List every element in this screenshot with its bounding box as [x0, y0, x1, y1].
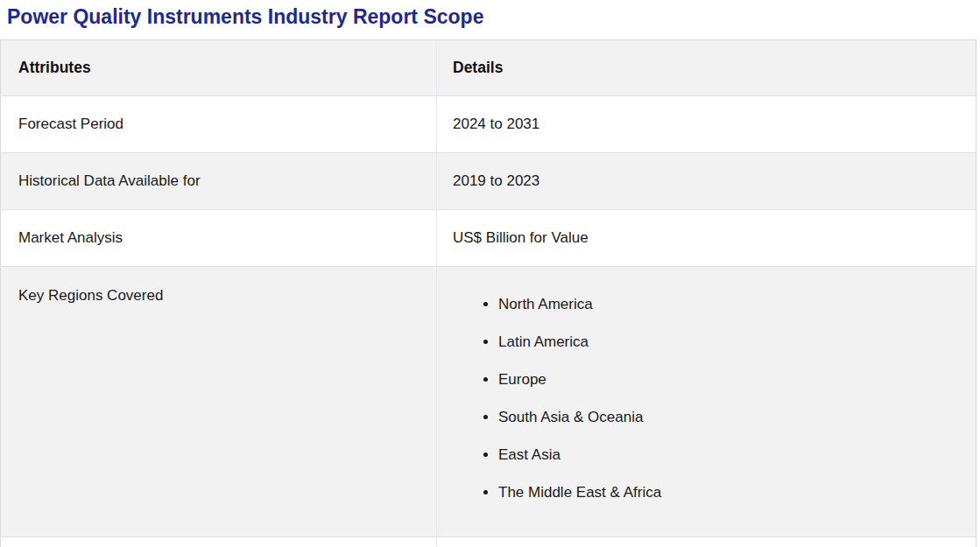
table-row-clipped — [1, 537, 976, 547]
attribute-cell: Key Regions Covered — [1, 267, 437, 537]
table-row-market-analysis: Market Analysis US$ Billion for Value — [1, 210, 976, 267]
detail-cell: US$ Billion for Value — [437, 210, 976, 267]
detail-cell — [437, 537, 976, 547]
detail-cell: 2024 to 2031 — [437, 96, 976, 153]
region-list-item: East Asia — [498, 444, 967, 466]
region-list-item: Latin America — [498, 331, 967, 354]
column-header-details: Details — [437, 40, 976, 96]
region-list-item: North America — [498, 293, 967, 316]
region-list-item: South Asia & Oceania — [498, 406, 967, 429]
report-scope-table: Attributes Details Forecast Period 2024 … — [0, 39, 976, 547]
region-list-item: Europe — [498, 368, 967, 391]
table-row-forecast-period: Forecast Period 2024 to 2031 — [1, 96, 976, 153]
page-title: Power Quality Instruments Industry Repor… — [0, 0, 980, 29]
region-list: North America Latin America Europe South… — [453, 293, 967, 504]
table-row-key-regions: Key Regions Covered North America Latin … — [1, 267, 976, 537]
region-list-item: The Middle East & Africa — [498, 481, 967, 504]
attribute-label: Key Regions Covered — [18, 287, 163, 304]
table-row-historical-data: Historical Data Available for 2019 to 20… — [1, 153, 976, 210]
detail-cell: 2019 to 2023 — [437, 153, 976, 210]
report-scope-page: Power Quality Instruments Industry Repor… — [0, 0, 980, 547]
attribute-cell: Forecast Period — [1, 96, 437, 153]
attribute-cell: Market Analysis — [1, 210, 437, 267]
attribute-cell: Historical Data Available for — [1, 153, 437, 210]
table-header-row: Attributes Details — [1, 40, 976, 96]
detail-cell: North America Latin America Europe South… — [437, 267, 976, 537]
attribute-cell — [1, 537, 437, 547]
column-header-attributes: Attributes — [1, 40, 437, 96]
